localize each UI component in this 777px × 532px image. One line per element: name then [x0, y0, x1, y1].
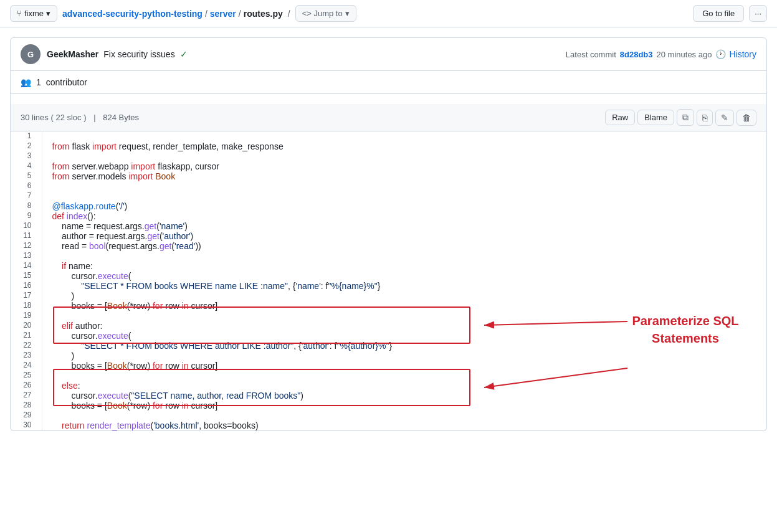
file-size-sep: |: [93, 113, 95, 122]
table-row: 10 name = request.args.get('name'): [11, 221, 766, 231]
contributors-bar: 👥 1 contributor: [10, 71, 767, 94]
line-number: 30: [11, 420, 42, 430]
jump-to-button[interactable]: <> Jump to ▾: [295, 5, 356, 22]
line-code: name = request.args.get('name'): [42, 221, 766, 231]
commit-message: Fix security issues: [103, 49, 174, 59]
file-actions: Raw Blame ⧉ ⎘ ✎ 🗑: [605, 109, 756, 126]
code-table: 1 2 from flask import request, render_te…: [11, 131, 766, 430]
line-number: 20: [11, 321, 42, 331]
line-code: books = [Book(*row) for row in cursor]: [42, 361, 766, 371]
table-row: 29: [11, 411, 766, 420]
line-number: 25: [11, 371, 42, 381]
table-row: 16 "SELECT * FROM books WHERE name LIKE …: [11, 281, 766, 291]
line-number: 29: [11, 411, 42, 420]
line-code: "SELECT * FROM books WHERE name LIKE :na…: [42, 281, 766, 291]
file-info-bar: 30 lines ( 22 sloc ) | 824 Bytes Raw Bla…: [11, 104, 766, 131]
file-sloc: 22 sloc: [55, 113, 81, 122]
table-row: 24 books = [Book(*row) for row in cursor…: [11, 361, 766, 371]
line-code: from server.webapp import flaskapp, curs…: [42, 161, 766, 171]
breadcrumb-sep1: /: [205, 9, 207, 19]
page-container: ⑂ fixme ▾ advanced-security-python-testi…: [0, 0, 777, 431]
table-row: 6: [11, 181, 766, 191]
line-code: [42, 181, 766, 191]
line-code: else:: [42, 381, 766, 391]
line-number: 21: [11, 331, 42, 341]
line-code: [42, 131, 766, 141]
table-row: 30 return render_template('books.html', …: [11, 420, 766, 430]
line-number: 8: [11, 201, 42, 211]
table-row: 25: [11, 371, 766, 381]
blame-button[interactable]: Blame: [637, 110, 674, 125]
table-row: 15 cursor.execute(: [11, 271, 766, 281]
table-row: 26 else:: [11, 381, 766, 391]
line-code: books = [Book(*row) for row in cursor]: [42, 301, 766, 311]
table-row: 2 from flask import request, render_temp…: [11, 141, 766, 151]
breadcrumb: advanced-security-python-testing / serve…: [62, 5, 688, 22]
line-number: 5: [11, 171, 42, 181]
line-number: 16: [11, 281, 42, 291]
breadcrumb-sep3: /: [288, 9, 290, 19]
file-wrapper: 30 lines ( 22 sloc ) | 824 Bytes Raw Bla…: [10, 94, 767, 431]
content-area: G GeekMasher Fix security issues ✓ Lates…: [0, 37, 777, 431]
line-code: ): [42, 291, 766, 301]
check-icon: ✓: [180, 49, 188, 59]
copy-icon-button[interactable]: ⎘: [697, 110, 713, 126]
line-code: if name:: [42, 261, 766, 271]
repo-link[interactable]: advanced-security-python-testing: [62, 9, 203, 19]
line-number: 1: [11, 131, 42, 141]
screen-icon-button[interactable]: ⧉: [677, 109, 694, 126]
line-number: 15: [11, 271, 42, 281]
go-to-file-button[interactable]: Go to file: [693, 5, 744, 22]
line-number: 2: [11, 141, 42, 151]
raw-button[interactable]: Raw: [605, 110, 635, 125]
line-code: ): [42, 351, 766, 361]
code-scroll: 1 2 from flask import request, render_te…: [11, 131, 766, 430]
commit-hash[interactable]: 8d28db3: [620, 50, 653, 59]
line-code: def index():: [42, 211, 766, 221]
commit-meta: Latest commit 8d28db3 20 minutes ago 🕐 H…: [566, 49, 756, 59]
table-row: 9 def index():: [11, 211, 766, 221]
line-number: 26: [11, 381, 42, 391]
more-options-button[interactable]: ···: [749, 5, 767, 22]
history-button[interactable]: 🕐 History: [715, 49, 756, 59]
contributor-count: 1: [36, 77, 41, 87]
line-code: read = bool(request.args.get('read')): [42, 241, 766, 251]
table-row: 11 author = request.args.get('author'): [11, 231, 766, 241]
line-number: 12: [11, 241, 42, 251]
contributors-icon: 👥: [21, 77, 31, 87]
line-code: from flask import request, render_templa…: [42, 141, 766, 151]
annotation-label: Parameterize SQLStatements: [617, 312, 754, 347]
table-row: 12 read = bool(request.args.get('read')): [11, 241, 766, 251]
line-code: [42, 411, 766, 420]
commit-bar: G GeekMasher Fix security issues ✓ Lates…: [10, 37, 767, 71]
table-row: 14 if name:: [11, 261, 766, 271]
file-sloc-paren2: ): [83, 113, 86, 122]
branch-button[interactable]: ⑂ fixme ▾: [10, 5, 57, 22]
table-row: 23 ): [11, 351, 766, 361]
line-code: return render_template('books.html', boo…: [42, 420, 766, 430]
line-number: 6: [11, 181, 42, 191]
table-row: 17 ): [11, 291, 766, 301]
line-number: 23: [11, 351, 42, 361]
table-row: 5 from server.models import Book: [11, 171, 766, 181]
top-bar: ⑂ fixme ▾ advanced-security-python-testi…: [0, 0, 777, 27]
commit-time: 20 minutes ago: [657, 50, 712, 59]
commit-author[interactable]: GeekMasher: [47, 49, 98, 59]
line-number: 27: [11, 391, 42, 401]
table-row: 7: [11, 191, 766, 201]
line-number: 24: [11, 361, 42, 371]
line-code: cursor.execute(: [42, 271, 766, 281]
chevron-down-icon: ▾: [46, 9, 50, 18]
folder-link[interactable]: server: [210, 9, 236, 19]
top-bar-right: Go to file ···: [693, 5, 767, 22]
avatar: G: [21, 44, 41, 64]
history-icon: 🕐: [715, 49, 726, 59]
line-code: @flaskapp.route('/'): [42, 201, 766, 211]
edit-icon-button[interactable]: ✎: [715, 110, 734, 126]
line-code: from server.models import Book: [42, 171, 766, 181]
commit-info: GeekMasher Fix security issues ✓: [47, 49, 560, 59]
delete-icon-button[interactable]: 🗑: [736, 110, 756, 126]
table-row: 28 books = [Book(*row) for row in cursor…: [11, 401, 766, 411]
line-number: 13: [11, 251, 42, 261]
line-code: [42, 191, 766, 201]
